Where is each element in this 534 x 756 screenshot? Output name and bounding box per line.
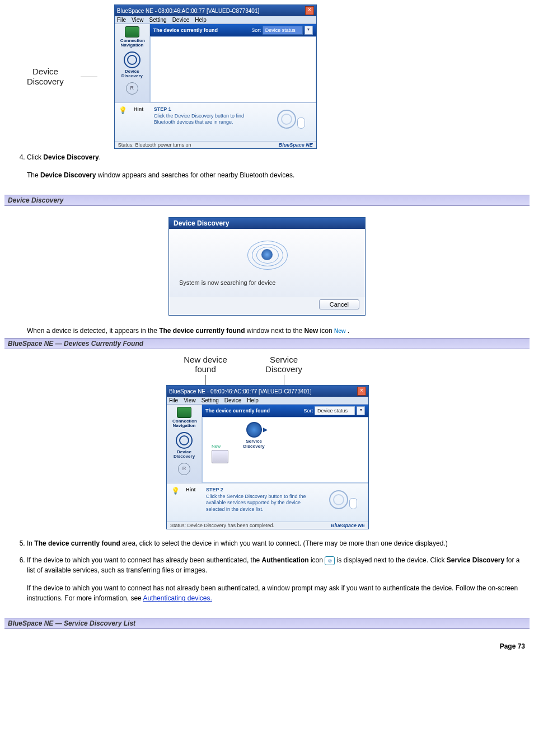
menu-file[interactable]: File	[117, 17, 126, 23]
step-4: Click Device Discovery. The Device Disco…	[27, 149, 530, 191]
menu-view-2[interactable]: View	[184, 397, 196, 403]
section-devices-found: BlueSpace NE — Devices Currently Found	[4, 338, 530, 349]
menu-help[interactable]: Help	[195, 17, 207, 23]
sidebar-2: ConnectionNavigation DeviceDiscovery R	[167, 405, 202, 483]
step-6: If the device to which you want to conne…	[27, 552, 530, 614]
menu-help-2[interactable]: Help	[247, 397, 259, 403]
step4-t1: Click	[27, 153, 43, 161]
s6p2a: If the device to which you want to conne…	[27, 584, 518, 602]
hint-text-block: STEP 1 Click the Device Discovery button…	[154, 106, 263, 138]
new-chip-icon: New	[334, 328, 346, 334]
figure-bluespace-step1: DeviceDiscovery BlueSpace NE - 08:00:46:…	[27, 4, 530, 149]
dd-titlebar: Device Discovery	[169, 218, 365, 229]
callout-new-device: New devicefound	[166, 355, 245, 385]
hint-title: Hint	[134, 106, 148, 138]
sidebar-connection-navigation[interactable]: ConnectionNavigation	[120, 26, 144, 48]
step4-paragraph: The Device Discovery window appears and …	[27, 170, 530, 180]
dd-body: System is now searching for device	[169, 229, 365, 297]
list-header-bar: The device currently found Sort Device s…	[150, 24, 316, 36]
hint-step-2: STEP 2	[206, 487, 315, 494]
fig3-callout-row: New devicefound ServiceDiscovery	[166, 355, 368, 385]
window-close-button-2[interactable]: ×	[357, 387, 366, 396]
page-number: Page 73	[4, 642, 530, 650]
sort-label-2: Sort	[303, 408, 313, 414]
sidebar-device-discovery-2[interactable]: DeviceDiscovery	[172, 432, 196, 459]
menu-setting-2[interactable]: Setting	[202, 397, 219, 403]
menu-view[interactable]: View	[132, 17, 144, 23]
status-text-2: Status: Device Discovery has been comple…	[170, 523, 274, 528]
addd: New	[305, 327, 318, 335]
service-discovery-icon	[246, 422, 262, 438]
steps-list-b: In The device currently found area, clic…	[4, 535, 530, 614]
dd-cancel-button[interactable]: Cancel	[319, 299, 359, 309]
device-item[interactable]: New	[212, 444, 228, 464]
step4-p3: window appears and searches for other ne…	[96, 171, 294, 179]
figure-bluespace-step2: New devicefound ServiceDiscovery BlueSpa…	[166, 355, 368, 529]
sidebar-connection-navigation-2[interactable]: ConnectionNavigation	[172, 407, 196, 429]
hint-step: STEP 1	[154, 106, 263, 113]
list-header-text-2: The device currently found	[205, 408, 270, 414]
main-panel: The device currently found Sort Device s…	[150, 24, 316, 102]
menu-setting[interactable]: Setting	[149, 17, 166, 23]
bluespace-window-2: BlueSpace NE - 08:00:46:AC:00:77 [VALUED…	[166, 385, 369, 529]
hint-pane: 💡 Hint STEP 1 Click the Device Discovery…	[115, 102, 316, 141]
hint-title-2: Hint	[186, 487, 200, 518]
step4-p2: Device Discovery	[40, 171, 96, 179]
device-list: New ServiceDiscovery	[202, 417, 368, 483]
menu-bar: File View Setting Device Help	[115, 16, 316, 24]
window-title: BlueSpace NE - 08:00:46:AC:00:77 [VALUED…	[117, 8, 259, 14]
adda: When a device is detected, it appears in…	[27, 327, 159, 335]
s6e: Service Discovery	[447, 556, 504, 564]
s6a: If the device to which you want to conne…	[27, 556, 262, 564]
sort-control-2: Sort Device status ▾	[303, 406, 365, 415]
sort-select[interactable]: Device status	[263, 26, 303, 35]
hint-graphic-2	[320, 487, 365, 518]
hint-graphic-mouse-icon-2	[349, 498, 357, 509]
sort-caret-icon[interactable]: ▾	[305, 26, 313, 35]
hint-pane-2: 💡 Hint STEP 2 Click the Service Discover…	[167, 483, 368, 522]
hint-body-2: Click the Service Discovery button to fi…	[206, 494, 306, 512]
status-text: Status: Bluetooth power turns on	[118, 142, 191, 148]
hint-text-block-2: STEP 2 Click the Service Discovery butto…	[206, 487, 315, 518]
step6-paragraph2: If the device to which you want to conne…	[27, 583, 530, 603]
device-new-badge: New	[212, 444, 228, 449]
addf: .	[346, 327, 350, 335]
hint-body: Click the Device Discovery button to fin…	[154, 113, 244, 125]
hint-graphic-circle-icon-2	[329, 490, 348, 509]
s5c: area, click to select the device in whic…	[120, 539, 448, 547]
menu-device[interactable]: Device	[172, 17, 190, 23]
sidebar-disc-label: DeviceDiscovery	[121, 69, 143, 78]
sort-label: Sort	[251, 27, 261, 33]
menu-bar-2: File View Setting Device Help	[167, 397, 368, 405]
sidebar-nav-label: ConnectionNavigation	[120, 38, 145, 48]
status-brand-2: BlueSpace NE	[331, 523, 365, 528]
sort-control: Sort Device status ▾	[251, 26, 313, 35]
sidebar-refresh-icon[interactable]: R	[126, 82, 138, 95]
hint-lightbulb-icon: 💡	[118, 106, 128, 138]
menu-device-2[interactable]: Device	[224, 397, 242, 403]
service-discovery-button[interactable]: ServiceDiscovery	[243, 422, 265, 449]
s6b: Authentication	[262, 556, 309, 564]
sort-caret-icon-2[interactable]: ▾	[357, 406, 365, 415]
s5a: In	[27, 539, 34, 547]
step4-t2: .	[99, 153, 101, 161]
dd-message: System is now searching for device	[178, 277, 356, 288]
sidebar-refresh-icon-2[interactable]: R	[178, 463, 190, 475]
hint-graphic-mouse-icon	[297, 118, 305, 129]
window-close-button[interactable]: ×	[305, 6, 314, 15]
status-bar: Status: Bluetooth power turns on BlueSpa…	[115, 141, 316, 148]
menu-file-2[interactable]: File	[169, 397, 178, 403]
step-5: In The device currently found area, clic…	[27, 535, 530, 552]
sidebar-disc-label-2: DeviceDiscovery	[174, 449, 195, 459]
link-authenticating-devices[interactable]: Authenticating devices.	[143, 594, 212, 602]
addb: The device currently found	[159, 327, 245, 335]
steps-list-a: Click Device Discovery. The Device Disco…	[4, 149, 530, 191]
callout-device-discovery: DeviceDiscovery	[27, 67, 64, 87]
sidebar-device-discovery[interactable]: DeviceDiscovery	[120, 51, 144, 79]
bluespace-window: BlueSpace NE - 08:00:46:AC:00:77 [VALUED…	[114, 4, 317, 149]
window-titlebar: BlueSpace NE - 08:00:46:AC:00:77 [VALUED…	[115, 5, 316, 16]
device-discovery-icon-2	[176, 432, 193, 449]
sidebar-nav-label-2: ConnectionNavigation	[172, 419, 197, 428]
sort-select-2[interactable]: Device status	[315, 406, 355, 415]
window-titlebar-2: BlueSpace NE - 08:00:46:AC:00:77 [VALUED…	[167, 386, 368, 397]
